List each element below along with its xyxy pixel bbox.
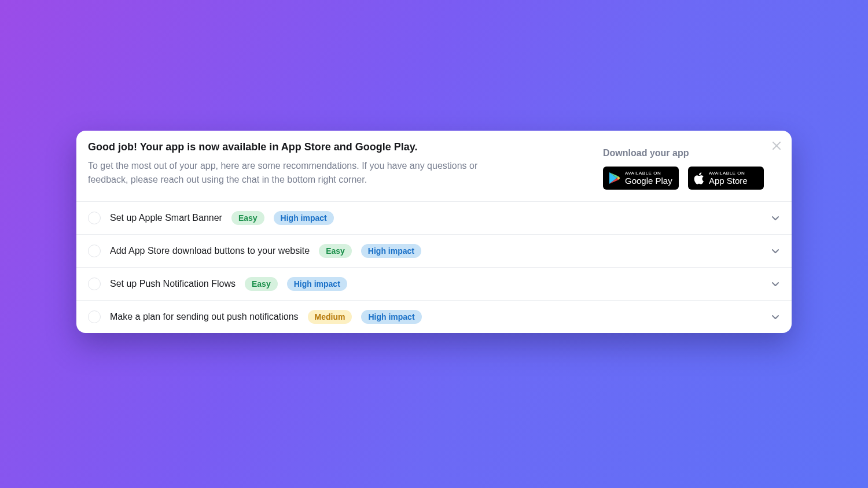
recommendation-row[interactable]: Make a plan for sending out push notific… xyxy=(76,301,792,333)
close-button[interactable] xyxy=(770,139,784,153)
store-badges: AVAILABLE ON Google Play AVAILABLE ON Ap… xyxy=(603,167,764,190)
google-play-badge[interactable]: AVAILABLE ON Google Play xyxy=(603,167,679,190)
google-play-text: AVAILABLE ON Google Play xyxy=(625,171,672,185)
download-section: Download your app AVAILABLE ON Google Pl… xyxy=(603,141,780,190)
recommendation-title: Add App Store download buttons to your w… xyxy=(110,246,310,256)
chevron-down-icon xyxy=(771,213,780,223)
impact-badge: High impact xyxy=(361,310,421,324)
checkbox-circle[interactable] xyxy=(88,212,101,224)
recommendations-list: Set up Apple Smart Banner Easy High impa… xyxy=(76,202,792,333)
app-store-text: AVAILABLE ON App Store xyxy=(709,171,748,185)
card-header: Good job! Your app is now available in A… xyxy=(76,131,792,202)
impact-badge: High impact xyxy=(361,244,421,258)
checkbox-circle[interactable] xyxy=(88,310,101,323)
impact-badge: High impact xyxy=(274,211,334,225)
chevron-down-icon xyxy=(771,312,780,321)
checkbox-circle[interactable] xyxy=(88,245,101,257)
apple-icon xyxy=(694,172,704,184)
app-store-bottom-label: App Store xyxy=(709,176,748,185)
download-label: Download your app xyxy=(603,148,764,158)
google-play-top-label: AVAILABLE ON xyxy=(625,171,672,176)
difficulty-badge: Easy xyxy=(319,244,352,258)
recommendations-card: Good job! Your app is now available in A… xyxy=(76,131,792,333)
recommendation-row[interactable]: Add App Store download buttons to your w… xyxy=(76,235,792,268)
header-text: Good job! Your app is now available in A… xyxy=(88,141,516,187)
recommendation-row[interactable]: Set up Apple Smart Banner Easy High impa… xyxy=(76,202,792,235)
chevron-down-icon xyxy=(771,246,780,256)
google-play-icon xyxy=(609,172,620,184)
difficulty-badge: Easy xyxy=(231,211,264,225)
card-title: Good job! Your app is now available in A… xyxy=(88,141,516,153)
google-play-bottom-label: Google Play xyxy=(625,176,672,185)
app-store-top-label: AVAILABLE ON xyxy=(709,171,748,176)
recommendation-title: Make a plan for sending out push notific… xyxy=(110,312,299,322)
recommendation-title: Set up Push Notification Flows xyxy=(110,279,236,289)
recommendation-title: Set up Apple Smart Banner xyxy=(110,213,222,223)
close-icon xyxy=(772,141,781,150)
chevron-down-icon xyxy=(771,279,780,289)
recommendation-row[interactable]: Set up Push Notification Flows Easy High… xyxy=(76,268,792,301)
card-subtitle: To get the most out of your app, here ar… xyxy=(88,159,516,187)
app-store-badge[interactable]: AVAILABLE ON App Store xyxy=(688,167,764,190)
checkbox-circle[interactable] xyxy=(88,278,101,290)
impact-badge: High impact xyxy=(287,277,347,291)
difficulty-badge: Medium xyxy=(308,310,352,324)
difficulty-badge: Easy xyxy=(245,277,278,291)
